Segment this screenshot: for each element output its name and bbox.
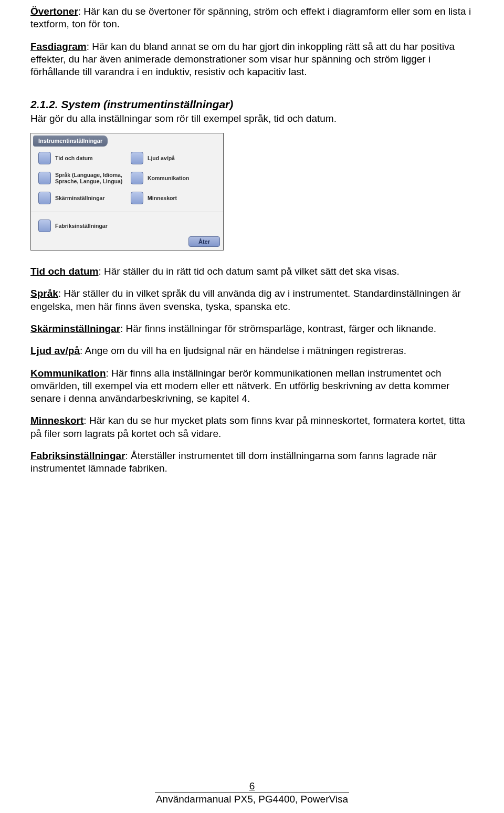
term: Tid och datum [30, 266, 98, 277]
panel-item-tid-och-datum[interactable]: Tid och datum [38, 152, 128, 164]
page-number: 6 [155, 780, 349, 793]
panel-item-label: Tid och datum [55, 155, 93, 161]
square-icon [38, 192, 51, 204]
desc-tid-och-datum: Tid och datum: Här ställer du in rätt ti… [30, 265, 474, 278]
section-heading: 2.1.2. System (instrumentinställningar) [30, 98, 474, 112]
panel-grid: Tid och datum Ljud av/på Språk (Language… [38, 152, 219, 204]
panel-title: Instrumentinställningar [33, 136, 108, 147]
desc-skarm: Skärminställningar: Här finns inställnin… [30, 322, 474, 335]
back-button[interactable]: Åter [188, 236, 220, 247]
paragraph-overtoner: Övertoner: Här kan du se övertoner för s… [30, 5, 474, 31]
term: Fabriksinställningar [30, 450, 125, 461]
panel-item-fabrik[interactable]: Fabriksinställningar [38, 220, 219, 232]
text: : Här finns inställningar för strömsparl… [120, 323, 436, 334]
term: Språk [30, 288, 58, 299]
panel-item-label: Kommunikation [148, 175, 189, 181]
text: : Här ställer du in vilket språk du vill… [30, 288, 461, 311]
text: : Ange om du vill ha en ljudsignal när e… [80, 345, 406, 356]
panel-item-kommunikation[interactable]: Kommunikation [131, 172, 209, 184]
page-footer: 6 Användarmanual PX5, PG4400, PowerVisa [0, 780, 504, 806]
panel-item-minneskort[interactable]: Minneskort [131, 192, 209, 204]
term: Minneskort [30, 415, 83, 426]
term-fasdiagram: Fasdiagram [30, 41, 87, 52]
desc-ljud: Ljud av/på: Ange om du vill ha en ljudsi… [30, 345, 474, 357]
square-icon [131, 172, 143, 184]
text-overtoner: : Här kan du se övertoner för spänning, … [30, 6, 471, 29]
text: : Här kan du se hur mycket plats som fin… [30, 415, 465, 439]
desc-sprak: Språk: Här ställer du in vilket språk du… [30, 287, 474, 313]
square-icon [131, 192, 143, 204]
desc-kommunikation: Kommunikation: Här finns alla inställnin… [30, 367, 474, 405]
panel-footer: Åter [31, 236, 223, 250]
desc-minneskort: Minneskort: Här kan du se hur mycket pla… [30, 414, 474, 440]
desc-fabrik: Fabriksinställningar: Återställer instru… [30, 450, 474, 475]
panel-body: Tid och datum Ljud av/på Språk (Language… [31, 147, 223, 236]
term: Ljud av/på [30, 345, 80, 356]
document-page: Övertoner: Här kan du se övertoner för s… [0, 0, 504, 813]
term: Kommunikation [30, 368, 106, 379]
settings-panel: Instrumentinställningar Tid och datum Lj… [30, 133, 224, 251]
panel-item-label: Skärminställningar [55, 195, 105, 201]
term-overtoner: Övertoner [30, 6, 78, 17]
panel-item-label: Fabriksinställningar [55, 223, 108, 229]
panel-item-ljud[interactable]: Ljud av/på [131, 152, 209, 164]
text: : Här ställer du in rätt tid och datum s… [98, 266, 399, 277]
footer-title: Användarmanual PX5, PG4400, PowerVisa [155, 793, 349, 806]
square-icon [38, 220, 51, 232]
paragraph-fasdiagram: Fasdiagram: Här kan du bland annat se om… [30, 40, 474, 79]
term: Skärminställningar [30, 323, 120, 334]
panel-item-sprak[interactable]: Språk (Language, Idioma, Sprache, Langue… [38, 172, 128, 184]
square-icon [131, 152, 143, 164]
section-subtext: Här gör du alla inställningar som rör ti… [30, 112, 474, 125]
panel-separator [31, 212, 223, 212]
panel-item-label: Ljud av/på [148, 155, 175, 161]
panel-item-skarm[interactable]: Skärminställningar [38, 192, 128, 204]
square-icon [38, 172, 51, 184]
panel-item-label: Språk (Language, Idioma, Sprache, Langue… [55, 172, 128, 184]
panel-item-label: Minneskort [148, 195, 177, 201]
square-icon [38, 152, 51, 164]
text-fasdiagram: : Här kan du bland annat se om du har gj… [30, 41, 455, 78]
